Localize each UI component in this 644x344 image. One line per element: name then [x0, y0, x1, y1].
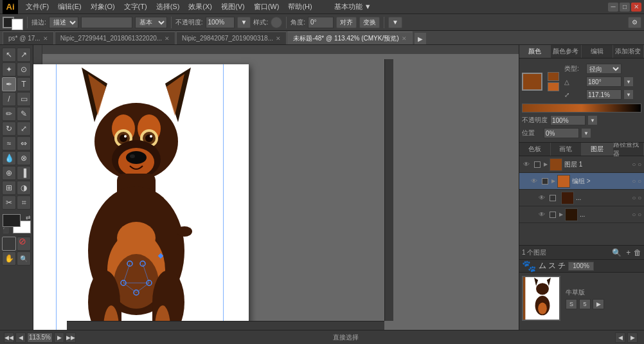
gradient-tab[interactable]: 添加渐变	[613, 45, 645, 58]
page-first-btn[interactable]: ◀◀	[4, 332, 14, 343]
width-tool[interactable]: ⇔	[17, 136, 31, 150]
bottom-zoom-input[interactable]	[568, 262, 594, 271]
rotate-tool[interactable]: ↻	[2, 122, 16, 136]
fill-box[interactable]	[2, 237, 16, 251]
status-btn-2[interactable]: ▶	[627, 332, 638, 343]
distribute-btn[interactable]: 变换	[359, 17, 380, 28]
menu-file[interactable]: 文件(F)	[22, 1, 53, 13]
reset-colors-button[interactable]: ⬛	[3, 228, 9, 233]
menu-window[interactable]: 窗口(W)	[250, 1, 283, 13]
angle-options[interactable]: ▼	[624, 77, 633, 86]
blend-tool[interactable]: ⊗	[17, 151, 31, 165]
menu-object[interactable]: 对象(O)	[87, 1, 119, 13]
tab-scroll-right[interactable]: ▶	[415, 33, 426, 44]
magic-wand-tool[interactable]: ✦	[2, 62, 16, 77]
angle-input[interactable]	[308, 17, 334, 28]
layer-1-expand[interactable]: ▶	[551, 178, 555, 184]
tab-0-close[interactable]: ✕	[43, 35, 48, 42]
hand-tool[interactable]: ✋	[2, 251, 16, 266]
layers-tab[interactable]: 图层	[582, 143, 613, 156]
layer-item-1[interactable]: 👁 ▶ 编组 > ○ ○	[519, 173, 644, 190]
layer-2-options[interactable]: ○ ○	[632, 194, 641, 201]
maximize-button[interactable]: □	[620, 3, 630, 12]
lasso-tool[interactable]: ⊙	[17, 62, 31, 77]
tab-0[interactable]: ps* @ 17... ✕	[3, 32, 54, 44]
layer-0-options[interactable]: ○ ○	[632, 161, 641, 168]
extra-options-btn[interactable]: ⚙	[628, 17, 641, 28]
tab-1[interactable]: Nipic_27299441_2018061322020... ✕	[55, 32, 175, 44]
column-graph-tool[interactable]: ▐	[17, 166, 31, 180]
menu-help[interactable]: 帮助(H)	[284, 1, 316, 13]
fill-color-swatch[interactable]	[12, 19, 23, 30]
line-tool[interactable]: /	[2, 92, 16, 106]
layer-1-lock[interactable]	[542, 178, 548, 185]
layer-item-0[interactable]: 👁 ▶ 图层 1 ○ ○	[519, 156, 644, 173]
color-swatch-fg[interactable]	[548, 72, 559, 81]
menu-view[interactable]: 视图(V)	[217, 1, 249, 13]
stroke-weight-input[interactable]	[81, 17, 132, 28]
style-icon[interactable]	[271, 17, 282, 28]
shape-tool[interactable]: ▭	[17, 92, 31, 106]
color-swatch-bg[interactable]	[548, 82, 559, 91]
layer-0-visibility[interactable]: 👁	[522, 160, 531, 169]
tab-3[interactable]: 未标题-48* @ 113.42% (CMYK/预览) ✕	[287, 32, 413, 44]
scale-value[interactable]: 117.1%	[586, 89, 622, 100]
bottom-btn-3[interactable]: ▶	[593, 299, 604, 309]
layer-3-options[interactable]: ○ ○	[632, 211, 641, 218]
layer-1-visibility[interactable]: 👁	[530, 177, 539, 186]
layer-item-2[interactable]: 👁 ... ○ ○	[519, 190, 644, 206]
position-dropdown[interactable]: ▼	[582, 129, 591, 138]
layer-2-lock[interactable]	[550, 195, 556, 201]
scale-options[interactable]: ▼	[624, 90, 633, 99]
angle-value[interactable]: 180°	[586, 77, 622, 87]
tab-2[interactable]: Nipic_29842067_2019090318... ✕	[176, 32, 287, 44]
canvas-area[interactable]	[33, 45, 519, 330]
layer-3-expand[interactable]: ▶	[559, 212, 563, 217]
position-input[interactable]	[544, 128, 579, 138]
scissors-tool[interactable]: ✂	[2, 195, 16, 210]
opacity-input[interactable]: 100%	[206, 17, 235, 28]
color-swatch-main[interactable]	[522, 73, 542, 91]
gradient-bar[interactable]	[522, 104, 641, 113]
layer-2-visibility[interactable]: 👁	[537, 194, 546, 203]
mesh-tool[interactable]: ⊞	[2, 181, 16, 195]
add-layer-btn[interactable]: +	[626, 248, 631, 257]
menu-workspace[interactable]: 基本功能 ▼	[330, 1, 375, 13]
pencil-tool[interactable]: ✎	[17, 107, 31, 121]
type-select[interactable]: 径向	[586, 64, 622, 74]
color-ref-tab[interactable]: 颜色参考	[551, 45, 582, 58]
tab-1-close[interactable]: ✕	[165, 35, 170, 42]
opacity-options-btn[interactable]: ▼	[237, 17, 251, 28]
warp-tool[interactable]: ≈	[2, 136, 16, 150]
zoom-field[interactable]: 113.5%	[27, 332, 53, 343]
extra-tool[interactable]: ⌗	[17, 195, 31, 210]
horizontal-scrollbar[interactable]	[67, 321, 384, 330]
direct-selection-tool[interactable]: ↗	[17, 48, 31, 62]
menu-text[interactable]: 文字(T)	[120, 1, 151, 13]
bottom-btn-1[interactable]: S	[566, 299, 577, 309]
layer-0-expand[interactable]: ▶	[544, 161, 548, 167]
gradient-tool[interactable]: ◑	[17, 181, 31, 195]
scale-tool[interactable]: ⤢	[17, 122, 31, 136]
layer-3-lock[interactable]	[550, 212, 556, 218]
bottom-btn-2[interactable]: 5	[579, 299, 591, 309]
status-btn-1[interactable]: ◀	[615, 332, 625, 343]
mode-select[interactable]: 描述	[49, 17, 78, 28]
none-box[interactable]: ⊘	[17, 237, 31, 251]
paintbrush-tool[interactable]: ✏	[2, 107, 16, 121]
layer-0-lock[interactable]	[534, 161, 541, 168]
swap-colors-button[interactable]: ⇄	[26, 214, 31, 221]
minimize-button[interactable]: ─	[608, 3, 618, 12]
tab-2-close[interactable]: ✕	[276, 35, 281, 42]
page-last-btn[interactable]: ▶▶	[66, 332, 76, 343]
edit-tab[interactable]: 编辑	[582, 45, 613, 58]
opacity-input[interactable]	[550, 115, 586, 125]
tab-3-close[interactable]: ✕	[402, 35, 407, 42]
page-prev-btn[interactable]: ◀	[15, 332, 26, 343]
stroke-type-select[interactable]: 基本	[135, 17, 167, 28]
selection-tool[interactable]: ↖	[2, 48, 16, 62]
brushes-tab[interactable]: 画笔	[551, 143, 582, 156]
vertical-scrollbar[interactable]	[384, 59, 393, 321]
delete-layer-btn[interactable]: 🗑	[634, 248, 641, 257]
transform-options-btn[interactable]: ▼	[388, 17, 402, 28]
